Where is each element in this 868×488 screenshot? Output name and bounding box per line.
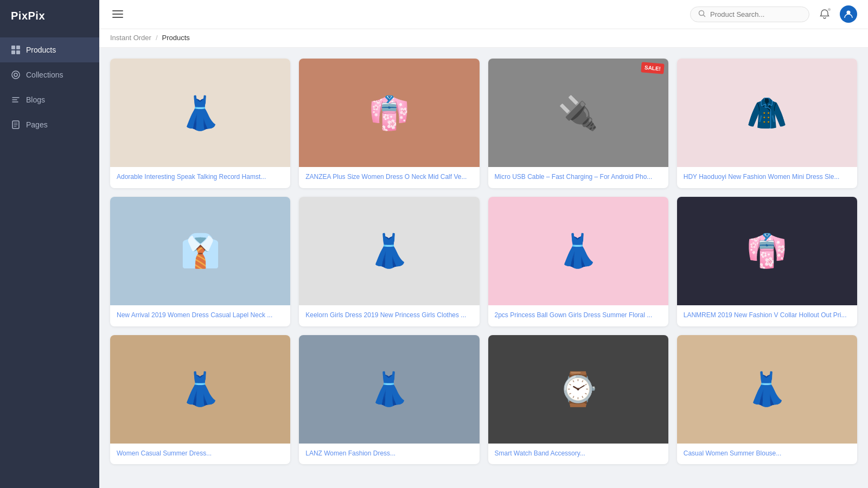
product-title: Women Casual Summer Dress... [117, 449, 284, 458]
product-image-wrap: 👔 [110, 197, 290, 305]
product-title: LANZ Women Fashion Dress... [305, 449, 473, 458]
product-card[interactable]: 👗Keelorn Girls Dress 2019 New Princess G… [299, 197, 479, 326]
search-box[interactable] [690, 7, 809, 22]
product-title: Keelorn Girls Dress 2019 New Princess Gi… [305, 311, 473, 320]
breadcrumb-separator: / [156, 34, 158, 42]
product-image-placeholder: 👗 [110, 335, 290, 444]
product-title: HDY Haoduoyi New Fashion Women Mini Dres… [684, 172, 851, 182]
search-icon [698, 10, 706, 19]
sidebar: PixPix Products Collections [0, 0, 99, 488]
svg-rect-3 [16, 50, 20, 54]
product-info: HDY Haoduoyi New Fashion Women Mini Dres… [677, 167, 857, 188]
product-title: ZANZEA Plus Size Women Dress O Neck Mid … [305, 172, 473, 182]
product-info: Smart Watch Band Accessory... [488, 444, 668, 465]
product-card[interactable]: 👗2pcs Princess Ball Gown Girls Dress Sum… [488, 197, 668, 326]
product-image-wrap: 👗 [677, 335, 857, 444]
svg-point-5 [14, 73, 17, 76]
product-info: Casual Women Summer Blouse... [677, 444, 857, 465]
search-input[interactable] [710, 10, 801, 18]
product-image-placeholder: 👘 [677, 197, 857, 305]
product-title: Casual Women Summer Blouse... [684, 449, 851, 458]
sidebar-pages-label: Pages [26, 120, 48, 129]
product-image-placeholder: 👗 [488, 197, 668, 305]
product-image-placeholder: 🧥 [677, 59, 857, 167]
product-card[interactable]: ⌚Smart Watch Band Accessory... [488, 335, 668, 465]
product-image-placeholder: 👗 [677, 335, 857, 444]
product-card[interactable]: 👗Adorable Interesting Speak Talking Reco… [110, 59, 290, 188]
product-card[interactable]: 👘LANMREM 2019 New Fashion V Collar Hollo… [677, 197, 857, 326]
product-image-wrap: ⌚ [488, 335, 668, 444]
sidebar-blogs-label: Blogs [26, 95, 45, 104]
product-image-placeholder: 👘 [299, 59, 479, 167]
product-image-wrap: 👗 [110, 59, 290, 167]
product-info: LANZ Women Fashion Dress... [299, 444, 479, 465]
product-image-placeholder: 👗 [110, 59, 290, 167]
product-info: Keelorn Girls Dress 2019 New Princess Gi… [299, 305, 479, 326]
product-card[interactable]: 🔌SALE!Micro USB Cable – Fast Charging – … [488, 59, 668, 188]
sidebar-products-label: Products [26, 46, 56, 54]
product-image-placeholder: 🔌 [488, 59, 668, 167]
hamburger-line-2 [112, 14, 123, 15]
product-image-placeholder: 👗 [299, 335, 479, 444]
sidebar-collections-label: Collections [26, 70, 63, 79]
product-image-wrap: 👘 [677, 197, 857, 305]
product-card[interactable]: 👗Women Casual Summer Dress... [110, 335, 290, 465]
sidebar-item-blogs[interactable]: Blogs [0, 87, 99, 112]
product-info: Adorable Interesting Speak Talking Recor… [110, 167, 290, 188]
hamburger-line-3 [112, 17, 123, 18]
product-title: New Arrival 2019 Women Dress Casual Lape… [117, 311, 284, 320]
svg-rect-2 [11, 50, 15, 54]
sidebar-item-products[interactable]: Products [0, 37, 99, 62]
hamburger-line-1 [112, 10, 123, 11]
product-title: LANMREM 2019 New Fashion V Collar Hollou… [684, 311, 851, 320]
product-card[interactable]: 👘ZANZEA Plus Size Women Dress O Neck Mid… [299, 59, 479, 188]
product-card[interactable]: 👗LANZ Women Fashion Dress... [299, 335, 479, 465]
collections-icon [11, 70, 21, 80]
product-image-wrap: 🔌SALE! [488, 59, 668, 167]
product-image-wrap: 👗 [488, 197, 668, 305]
product-image-wrap: 👗 [110, 335, 290, 444]
svg-rect-1 [16, 46, 20, 49]
products-icon [11, 45, 21, 55]
product-grid: 👗Adorable Interesting Speak Talking Reco… [110, 59, 857, 464]
header [99, 0, 868, 28]
svg-rect-0 [11, 46, 15, 49]
product-card[interactable]: 👗Casual Women Summer Blouse... [677, 335, 857, 465]
product-image-wrap: 🧥 [677, 59, 857, 167]
product-card[interactable]: 👔New Arrival 2019 Women Dress Casual Lap… [110, 197, 290, 326]
product-image-wrap: 👗 [299, 335, 479, 444]
product-info: New Arrival 2019 Women Dress Casual Lape… [110, 305, 290, 326]
sidebar-item-collections[interactable]: Collections [0, 62, 99, 87]
notification-dot [827, 8, 831, 11]
product-image-wrap: 👗 [299, 197, 479, 305]
blogs-icon [11, 95, 21, 105]
notification-button[interactable] [816, 5, 833, 23]
product-info: LANMREM 2019 New Fashion V Collar Hollou… [677, 305, 857, 326]
product-info: Micro USB Cable – Fast Charging – For An… [488, 167, 668, 188]
pages-icon [11, 120, 21, 130]
product-title: Smart Watch Band Accessory... [495, 449, 662, 458]
main-content: Instant Order / Products 👗Adorable Inter… [99, 0, 868, 488]
breadcrumb-current: Products [162, 34, 190, 42]
product-grid-area: 👗Adorable Interesting Speak Talking Reco… [99, 48, 868, 488]
app-logo: PixPix [0, 0, 99, 32]
sidebar-item-pages[interactable]: Pages [0, 112, 99, 137]
product-title: 2pcs Princess Ball Gown Girls Dress Summ… [495, 311, 662, 320]
breadcrumb: Instant Order / Products [99, 28, 868, 48]
product-image-placeholder: 👗 [299, 197, 479, 305]
product-info: 2pcs Princess Ball Gown Girls Dress Summ… [488, 305, 668, 326]
product-title: Micro USB Cable – Fast Charging – For An… [495, 172, 662, 182]
breadcrumb-parent[interactable]: Instant Order [110, 34, 151, 42]
user-avatar[interactable] [840, 5, 857, 23]
sale-badge: SALE! [641, 62, 664, 74]
product-image-wrap: 👘 [299, 59, 479, 167]
product-image-placeholder: ⌚ [488, 335, 668, 444]
product-image-placeholder: 👔 [110, 197, 290, 305]
product-info: Women Casual Summer Dress... [110, 444, 290, 465]
product-card[interactable]: 🧥HDY Haoduoyi New Fashion Women Mini Dre… [677, 59, 857, 188]
menu-toggle-button[interactable] [110, 8, 125, 20]
sidebar-nav: Products Collections Blogs [0, 37, 99, 137]
product-title: Adorable Interesting Speak Talking Recor… [117, 172, 284, 182]
svg-point-4 [12, 71, 20, 79]
product-info: ZANZEA Plus Size Women Dress O Neck Mid … [299, 167, 479, 188]
